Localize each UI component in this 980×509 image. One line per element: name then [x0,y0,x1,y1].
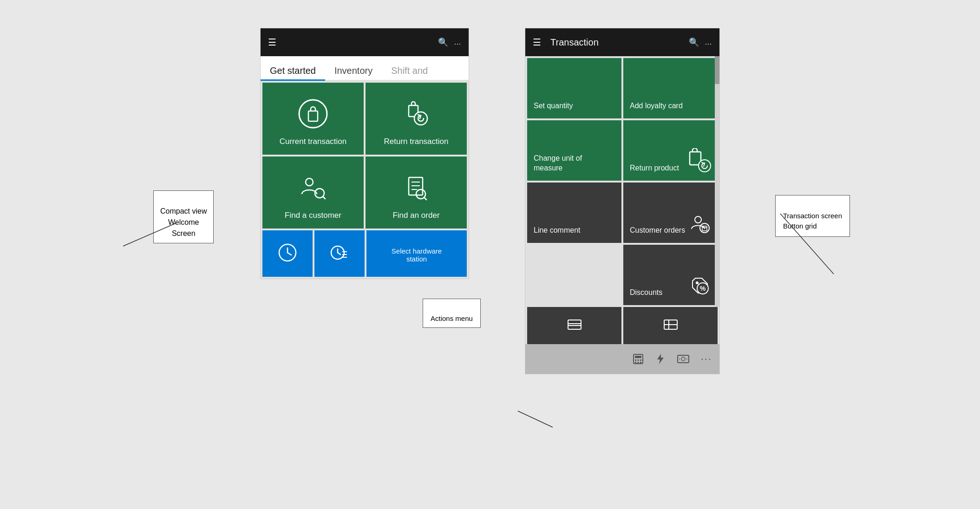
toolbar-bottom: ··· [525,344,719,374]
discounts-label: Discounts [630,288,662,298]
search-icon[interactable]: 🔍 [438,37,448,47]
svg-point-45 [681,357,685,361]
welcome-button-grid: Current transaction Return transaction [261,81,469,230]
svg-rect-40 [640,359,641,361]
return-product-icon [687,148,711,174]
right-hamburger-icon[interactable]: ☰ [533,37,541,48]
money-button[interactable] [677,354,690,364]
find-order-button[interactable]: Find an order [366,157,467,228]
find-customer-icon [298,173,328,204]
change-uom-button[interactable]: Change unit of measure [527,120,621,181]
set-quantity-button[interactable]: Set quantity [527,58,621,118]
current-transaction-label: Current transaction [280,137,347,146]
customer-orders-label: Customer orders [630,226,685,235]
find-order-label: Find an order [392,211,439,220]
find-customer-label: Find a customer [285,211,341,220]
tab-get-started[interactable]: Get started [261,62,325,80]
partial-bottom-row [525,307,719,344]
svg-point-27 [696,281,699,284]
calculator-button[interactable] [632,353,644,365]
more-toolbar-button[interactable]: ··· [701,353,712,365]
change-uom-label: Change unit of measure [534,154,582,173]
svg-line-12 [424,197,426,200]
svg-point-23 [699,160,711,172]
return-transaction-label: Return transaction [384,137,449,146]
svg-rect-38 [635,359,636,361]
transaction-screen-container: ☰ Transaction 🔍 … Set quantity Add loyal… [525,19,720,374]
partial-left-button[interactable] [527,307,621,344]
tab-shift[interactable]: Shift and [382,62,437,80]
right-phone-header: ☰ Transaction 🔍 … [525,28,719,56]
svg-rect-30 [568,320,581,329]
svg-line-15 [287,253,291,255]
hardware-station-button[interactable]: Select hardware station [366,230,467,277]
customer-orders-button[interactable]: Customer orders [623,183,718,243]
svg-point-24 [695,216,701,223]
lightning-button[interactable] [655,353,666,365]
compact-view-callout: Compact view Welcome Screen [153,190,214,243]
svg-text:%: % [700,285,706,292]
more-icon[interactable]: … [454,38,461,46]
svg-line-18 [338,253,340,254]
clock-list-button[interactable] [314,230,365,277]
clock-icon [277,242,298,265]
customer-orders-icon [689,212,711,236]
hamburger-icon[interactable]: ☰ [268,37,276,48]
tab-inventory[interactable]: Inventory [325,62,382,80]
transaction-button-grid: Set quantity Add loyalty card Change uni… [525,56,719,307]
left-phone-header: ☰ 🔍 … [261,28,469,56]
svg-rect-37 [635,356,641,358]
svg-point-4 [306,178,313,186]
right-search-icon[interactable]: 🔍 [689,37,699,47]
svg-point-0 [299,100,327,128]
svg-point-3 [414,112,427,125]
return-transaction-icon [401,99,431,131]
partial-right-button[interactable] [623,307,718,344]
actions-menu-callout: Actions menu [423,299,481,328]
more-toolbar-label: ··· [701,353,712,365]
svg-rect-43 [640,362,641,363]
partial-left-icon [566,316,583,335]
transaction-grid-callout: Transaction screen Button grid [775,195,850,237]
current-transaction-button[interactable]: Current transaction [262,83,364,155]
add-loyalty-label: Add loyalty card [630,101,683,111]
return-product-label: Return product [630,163,679,173]
transaction-screen-phone: ☰ Transaction 🔍 … Set quantity Add loyal… [525,28,720,374]
find-order-icon [401,173,431,204]
discounts-button[interactable]: Discounts % [623,245,718,305]
discounts-icon: % [689,274,711,299]
return-transaction-button[interactable]: Return transaction [366,83,467,155]
line-comment-label: Line comment [534,226,581,235]
find-customer-button[interactable]: Find a customer [262,157,364,228]
hardware-station-label: Select hardware station [392,247,442,263]
set-quantity-label: Set quantity [534,101,573,111]
return-product-button[interactable]: Return product [623,120,718,181]
partial-right-icon [662,316,679,335]
bottom-row: Select hardware station [261,230,469,279]
line-comment-button[interactable]: Line comment [527,183,621,243]
scrollbar-track [715,56,719,307]
right-more-icon[interactable]: … [705,38,712,46]
welcome-screen-phone: ☰ 🔍 … Get started Inventory Shift and [260,28,469,279]
shopping-bag-icon [298,99,328,131]
add-loyalty-button[interactable]: Add loyalty card [623,58,718,118]
clock-button[interactable] [262,230,313,277]
transaction-title: Transaction [550,37,599,48]
svg-rect-39 [637,359,639,361]
scrollbar-thumb[interactable] [715,56,719,84]
svg-rect-1 [308,111,318,121]
svg-rect-42 [637,362,639,363]
nav-tabs: Get started Inventory Shift and [261,56,469,81]
clock-list-icon [329,242,350,265]
svg-line-6 [323,196,325,199]
svg-rect-41 [635,362,636,363]
